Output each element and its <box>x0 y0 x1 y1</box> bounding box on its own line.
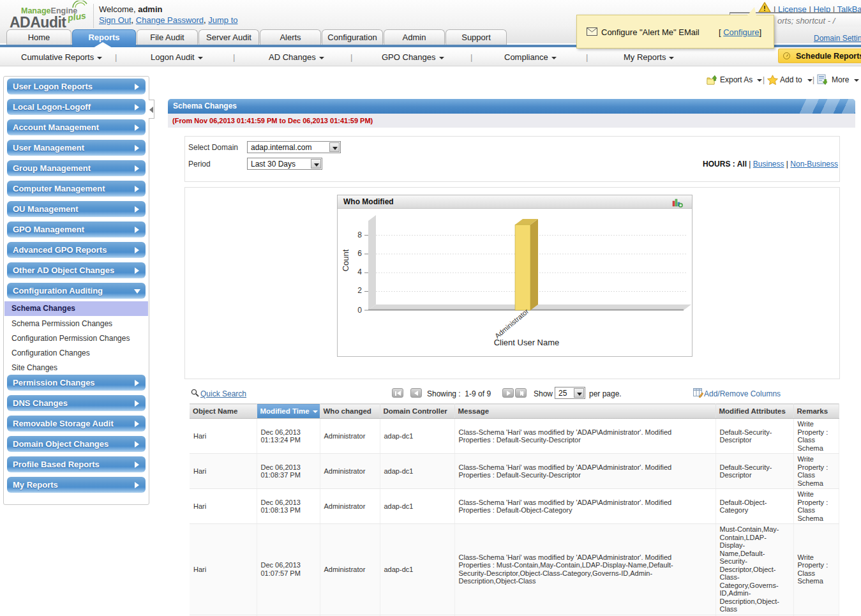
svg-text:Client User Name: Client User Name <box>494 338 560 347</box>
svg-text:Count: Count <box>341 249 350 271</box>
svg-text:8: 8 <box>357 230 362 239</box>
svg-text:6: 6 <box>357 249 362 258</box>
svg-text:0: 0 <box>357 306 362 315</box>
svg-text:4: 4 <box>357 267 362 276</box>
svg-text:Administrator: Administrator <box>493 307 530 340</box>
svg-text:2: 2 <box>357 286 362 295</box>
